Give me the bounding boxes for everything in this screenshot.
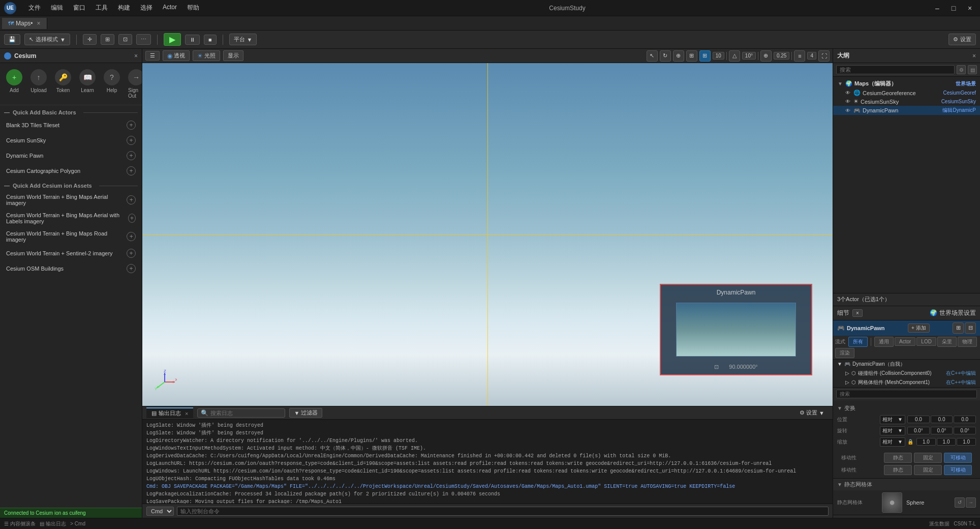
status-cmd-btn[interactable]: > Cmd <box>70 521 85 526</box>
tree-item-dynpawn[interactable]: 👁 🎮 DynamicPawn 编辑DynamicP <box>833 106 980 115</box>
comp-tree-dynpawn[interactable]: ▼ 🎮 DynamicPawn（自我） <box>833 360 980 369</box>
position-select[interactable]: 相对 ▼ <box>880 415 905 424</box>
display-btn[interactable]: 显示 <box>223 50 243 61</box>
vp-icon-fullscreen[interactable]: ⛶ <box>818 50 830 62</box>
mesh-arrow-icon[interactable]: → <box>966 497 976 508</box>
cesium-learn-btn[interactable]: 📖 Learn <box>75 67 100 101</box>
comp-mesh-edit[interactable]: 在C++中编辑 <box>946 379 976 386</box>
tab-close-icon[interactable]: × <box>37 20 41 27</box>
transform-title[interactable]: ▼ 变换 <box>837 402 976 414</box>
panel-item-osm[interactable]: Cesium OSM Buildings + <box>0 261 142 276</box>
status-cs-btn[interactable]: CS0N T-L <box>954 520 976 527</box>
platform-btn[interactable]: 平台 ▼ <box>229 34 257 45</box>
panel-item-sentinel[interactable]: Cesium World Terrain + Sentinel-2 imager… <box>0 246 142 261</box>
menu-build[interactable]: 构建 <box>114 3 134 13</box>
cmd-input[interactable] <box>177 507 829 516</box>
cmd-type-select[interactable]: Cmd <box>146 507 174 516</box>
panel-item-cartopoly[interactable]: Cesium Cartographic Polygon + <box>0 163 142 179</box>
mesh-reset-icon[interactable]: ↺ <box>955 497 965 508</box>
status-derive-btn[interactable]: 派生数据 <box>929 520 950 527</box>
scale-select[interactable]: 相对 ▼ <box>880 437 905 447</box>
log-settings-btn[interactable]: ⚙ 设置 ▼ <box>795 408 829 417</box>
mob-movable-2[interactable]: 可移动 <box>944 465 972 475</box>
log-tab-output[interactable]: ▤ 输出日志 × <box>146 407 193 418</box>
log-filter-btn[interactable]: ▼ 过滤器 <box>289 408 322 418</box>
mob-movable-1[interactable]: 可移动 <box>944 453 972 463</box>
comp-collision-edit[interactable]: 在C++中编辑 <box>946 370 976 377</box>
dtab-physics[interactable]: 物理 <box>958 337 977 347</box>
dynpawn-add-icon[interactable]: + <box>127 151 136 160</box>
transform-btn[interactable]: ✛ <box>83 34 97 45</box>
panel-item-blank3d[interactable]: Blank 3D Tiles Tileset + <box>0 117 142 133</box>
scale-z[interactable]: 1.0 <box>957 438 976 446</box>
tree-item-georef[interactable]: 👁 🌐 CesiumGeoreference CesiumGeoref <box>833 89 980 97</box>
lighting-btn[interactable]: ☀ 光照 <box>193 50 220 61</box>
more-btn[interactable]: ⋯ <box>136 34 151 45</box>
vp-icon-snap[interactable]: ⊞ <box>686 50 697 62</box>
vp-icon-scale[interactable]: ⊕ <box>673 50 684 62</box>
mob-fixed-2[interactable]: 固定 <box>914 465 942 475</box>
vp-icon-translate[interactable]: ↖ <box>647 50 658 62</box>
cesium-add-btn[interactable]: + Add <box>2 67 26 101</box>
outline-search[interactable]: ⚙ ▤ <box>833 63 980 77</box>
mob-static-2[interactable]: 静态 <box>884 465 912 475</box>
road-add-icon[interactable]: + <box>127 232 136 241</box>
menu-select[interactable]: 选择 <box>136 3 157 13</box>
eye-icon-sunsky[interactable]: 👁 <box>845 99 850 104</box>
viewport-menu-btn[interactable]: ☰ <box>145 51 160 61</box>
stop-button[interactable]: ■ <box>204 35 217 45</box>
aerial-add-icon[interactable]: + <box>127 195 136 204</box>
blank3d-add-icon[interactable]: + <box>127 121 136 130</box>
panel-item-sunskybasic[interactable]: Cesium SunSky + <box>0 133 142 148</box>
scale-x[interactable]: 1.0 <box>916 438 936 446</box>
tab-maps[interactable]: 🗺 Maps• × <box>2 18 47 29</box>
network-section-header[interactable]: ▼ 静态网格体 <box>833 478 980 490</box>
outline-search-input[interactable] <box>836 65 955 74</box>
details-search-input[interactable] <box>836 390 977 398</box>
dtab-render[interactable]: 渲染 <box>835 348 854 358</box>
viewport[interactable]: DynamicPawn ⊡ 90.000000° <box>142 63 833 406</box>
vp-icon-layers[interactable]: ≡ <box>794 50 805 62</box>
details-close-tab[interactable]: × <box>852 309 863 317</box>
vp-icon-grid[interactable]: ⊞ <box>699 50 711 62</box>
tree-item-sunsky[interactable]: 👁 ☀ CesiumSunSky CesiumSunSky <box>833 97 980 106</box>
cesium-token-btn[interactable]: 🔑 Token <box>51 67 75 101</box>
rotation-z[interactable]: 0.0° <box>954 427 976 434</box>
snap-btn[interactable]: ⊡ <box>118 34 132 45</box>
outline-filter-icon[interactable]: ▤ <box>968 65 977 74</box>
dtab-common[interactable]: 通用 <box>874 337 894 347</box>
cartopoly-add-icon[interactable]: + <box>127 166 136 175</box>
menu-window[interactable]: 窗口 <box>69 3 89 13</box>
details-expand-icon[interactable]: ⊞ <box>953 322 964 334</box>
status-log-btn[interactable]: ▤ 输出日志 <box>40 520 66 527</box>
rotation-select[interactable]: 相对 ▼ <box>880 426 905 435</box>
status-scroll-btn[interactable]: ☰ 内容侧滚条 <box>4 520 36 527</box>
menu-tools[interactable]: 工具 <box>91 3 112 13</box>
rotation-y[interactable]: 0.0° <box>931 427 953 434</box>
log-search[interactable]: 🔍 <box>197 408 285 418</box>
details-collapse-icon[interactable]: ⊟ <box>965 322 976 334</box>
outline-close-btn[interactable]: × <box>972 52 976 60</box>
aerial-labels-add-icon[interactable]: + <box>128 214 136 223</box>
select-mode-btn[interactable]: ↖ 选择模式 ▼ <box>24 34 70 45</box>
menu-file[interactable]: 文件 <box>24 3 45 13</box>
vp-icon-rotate[interactable]: ↻ <box>660 50 671 62</box>
position-y[interactable]: 0.0 <box>931 416 953 423</box>
cesium-help-btn[interactable]: ? Help <box>100 67 124 101</box>
position-z[interactable]: 0.0 <box>954 416 976 423</box>
mob-static-1[interactable]: 静态 <box>884 453 912 463</box>
pause-button[interactable]: ⏸ <box>185 35 200 45</box>
scale-y[interactable]: 1.0 <box>937 438 956 446</box>
play-button[interactable]: ▶ <box>164 33 181 46</box>
sentinel-add-icon[interactable]: + <box>127 249 136 258</box>
comp-tree-mesh[interactable]: ▷ ⬡ 网格体组件 (MeshComponent1) 在C++中编辑 <box>833 378 980 387</box>
comp-tree-collision[interactable]: ▷ ⬡ 碰撞组件 (CollisionComponent0) 在C++中编辑 <box>833 369 980 378</box>
log-tab-close[interactable]: × <box>185 410 188 417</box>
vp-icon-zoom[interactable]: ⊕ <box>760 50 772 62</box>
tree-item-maps[interactable]: ▼ 🌍 Maps（编辑器） 世界场景 <box>833 79 980 89</box>
position-x[interactable]: 0.0 <box>907 416 930 423</box>
sunskybasic-add-icon[interactable]: + <box>127 136 136 145</box>
eye-icon-georef[interactable]: 👁 <box>845 90 850 96</box>
rotation-x[interactable]: 0.0° <box>907 427 930 434</box>
menu-actor[interactable]: Actor <box>159 3 181 13</box>
